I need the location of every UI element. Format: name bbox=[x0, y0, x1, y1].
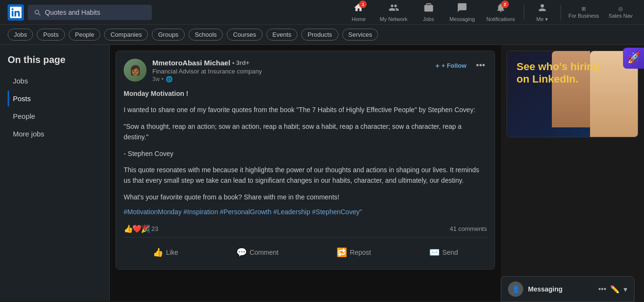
home-icon: 1 bbox=[353, 2, 364, 15]
heart-reaction: ❤️ bbox=[132, 224, 142, 233]
like-icon: 👍 bbox=[153, 247, 163, 258]
main-content: On this page Jobs Posts People More jobs… bbox=[0, 45, 644, 301]
post-meta: 3w • 🌐 bbox=[152, 76, 432, 83]
filter-courses[interactable]: Courses bbox=[227, 29, 262, 41]
jobs-icon bbox=[423, 2, 434, 15]
network-icon bbox=[389, 2, 399, 15]
filter-people[interactable]: People bbox=[69, 29, 100, 41]
send-button[interactable]: ✉️ Send bbox=[422, 243, 466, 261]
filter-groups[interactable]: Groups bbox=[152, 29, 185, 41]
reactions: 👍 ❤️ 🎉 23 bbox=[124, 224, 158, 233]
repost-icon: 🔁 bbox=[337, 247, 347, 258]
nav-notifications[interactable]: 2 Notifications bbox=[482, 0, 520, 24]
plus-icon: + bbox=[435, 62, 440, 70]
post-card: 👩🏾 MmetoroAbasi Michael • 3rd+ Financial… bbox=[116, 51, 495, 270]
top-navigation: Quotes and Habits 1 Home My Network Jobs bbox=[0, 0, 644, 25]
ad-text: See who's hiring on LinkedIn. bbox=[517, 61, 600, 86]
notifications-icon: 2 bbox=[496, 2, 506, 15]
messaging-label: Messaging bbox=[450, 16, 475, 22]
messaging-icon bbox=[457, 2, 467, 15]
sidebar-item-more-jobs[interactable]: More jobs bbox=[8, 126, 102, 142]
messaging-more-button[interactable]: ••• bbox=[598, 285, 606, 294]
sidebar-item-people[interactable]: People bbox=[8, 108, 102, 124]
sales-nav-button[interactable]: ◎ Sales Nav bbox=[605, 4, 636, 21]
post-hashtags[interactable]: #MotivationMonday #Inspiration #Personal… bbox=[124, 208, 487, 216]
ad-image: See who's hiring on LinkedIn. bbox=[507, 51, 638, 137]
messaging-label: Messaging bbox=[528, 285, 593, 293]
post-actions-right: + + Follow ••• bbox=[432, 59, 487, 73]
comment-button[interactable]: 💬 Comment bbox=[229, 243, 286, 261]
compass-icon: ◎ bbox=[618, 6, 623, 12]
jobs-label: Jobs bbox=[423, 16, 434, 22]
sidebar: On this page Jobs Posts People More jobs bbox=[0, 45, 110, 301]
post-author-title: Financial Advisor at Insurance company bbox=[152, 68, 432, 75]
celebrate-reaction: 🎉 bbox=[141, 224, 150, 233]
messaging-actions: ••• ✏️ ▾ bbox=[598, 285, 627, 294]
for-business-button[interactable]: ⊞ For Business bbox=[565, 4, 603, 21]
home-badge: 1 bbox=[359, 0, 367, 8]
like-button[interactable]: 👍 Like bbox=[145, 243, 186, 261]
avatar-image: 👩🏾 bbox=[124, 59, 147, 82]
notifications-badge: 2 bbox=[501, 0, 509, 8]
post-stats: 👍 ❤️ 🎉 23 41 comments bbox=[124, 220, 487, 238]
filter-posts[interactable]: Posts bbox=[37, 29, 65, 41]
filter-bar: Jobs Posts People Companies Groups Schoo… bbox=[0, 25, 644, 45]
messaging-bar: 👤 Messaging ••• ✏️ ▾ bbox=[501, 276, 634, 302]
sales-nav-label: Sales Nav bbox=[609, 13, 633, 19]
search-bar[interactable]: Quotes and Habits bbox=[28, 5, 152, 20]
comment-icon: 💬 bbox=[236, 247, 247, 258]
send-icon: ✉️ bbox=[429, 247, 440, 258]
messaging-avatar: 👤 bbox=[508, 281, 523, 297]
filter-products[interactable]: Products bbox=[301, 29, 338, 41]
nav-divider bbox=[524, 5, 524, 20]
me-label: Me ▾ bbox=[536, 16, 548, 22]
more-options-button[interactable]: ••• bbox=[474, 59, 487, 73]
search-input[interactable]: Quotes and Habits bbox=[45, 9, 146, 16]
me-avatar-icon bbox=[537, 2, 548, 15]
thumbs-up-reaction: 👍 bbox=[124, 224, 133, 233]
sidebar-item-jobs[interactable]: Jobs bbox=[8, 73, 102, 89]
messaging-compose-button[interactable]: ✏️ bbox=[610, 285, 620, 294]
right-panel: See who's hiring on LinkedIn. bbox=[501, 45, 644, 301]
ad-card[interactable]: See who's hiring on LinkedIn. bbox=[507, 51, 638, 137]
connection-degree: • 3rd+ bbox=[232, 59, 249, 66]
search-icon bbox=[33, 9, 41, 16]
filter-events[interactable]: Events bbox=[266, 29, 298, 41]
filter-jobs[interactable]: Jobs bbox=[8, 29, 33, 41]
post-author-info: MmetoroAbasi Michael • 3rd+ Financial Ad… bbox=[152, 59, 432, 83]
post-author-name[interactable]: MmetoroAbasi Michael • 3rd+ bbox=[152, 59, 432, 67]
repost-button[interactable]: 🔁 Repost bbox=[329, 243, 379, 261]
nav-messaging[interactable]: Messaging bbox=[445, 0, 480, 24]
grid-icon: ⊞ bbox=[581, 6, 586, 12]
globe-icon: 🌐 bbox=[166, 76, 173, 83]
rocket-button[interactable]: 🚀 bbox=[623, 48, 644, 69]
notifications-label: Notifications bbox=[486, 16, 515, 22]
for-business-label: For Business bbox=[569, 13, 599, 19]
nav-center: 1 Home My Network Jobs Messaging bbox=[344, 0, 636, 24]
follow-button[interactable]: + + Follow bbox=[432, 60, 470, 72]
reactions-count: 23 bbox=[151, 225, 158, 232]
feed: 👩🏾 MmetoroAbasi Michael • 3rd+ Financial… bbox=[110, 45, 501, 301]
network-label: My Network bbox=[380, 16, 407, 22]
reaction-icons: 👍 ❤️ 🎉 bbox=[124, 224, 149, 233]
sidebar-nav: Jobs Posts People More jobs bbox=[8, 73, 102, 142]
sidebar-item-posts[interactable]: Posts bbox=[8, 91, 102, 106]
nav-divider-2 bbox=[560, 5, 561, 20]
filter-companies[interactable]: Companies bbox=[104, 29, 148, 41]
filter-services[interactable]: Services bbox=[342, 29, 379, 41]
post-action-bar: 👍 Like 💬 Comment 🔁 Repost ✉️ Send bbox=[124, 241, 487, 261]
nav-jobs[interactable]: Jobs bbox=[414, 0, 443, 24]
filter-schools[interactable]: Schools bbox=[189, 29, 223, 41]
post-header: 👩🏾 MmetoroAbasi Michael • 3rd+ Financial… bbox=[124, 59, 487, 83]
author-avatar[interactable]: 👩🏾 bbox=[124, 59, 147, 82]
nav-network[interactable]: My Network bbox=[375, 0, 412, 24]
messaging-collapse-button[interactable]: ▾ bbox=[623, 285, 627, 294]
home-label: Home bbox=[352, 16, 366, 22]
nav-me[interactable]: Me ▾ bbox=[528, 0, 557, 24]
sidebar-title: On this page bbox=[8, 54, 102, 65]
linkedin-logo[interactable] bbox=[8, 4, 24, 21]
nav-home[interactable]: 1 Home bbox=[344, 0, 373, 24]
post-content: Monday Motivation ! I wanted to share on… bbox=[124, 88, 487, 202]
comments-count[interactable]: 41 comments bbox=[450, 225, 487, 232]
